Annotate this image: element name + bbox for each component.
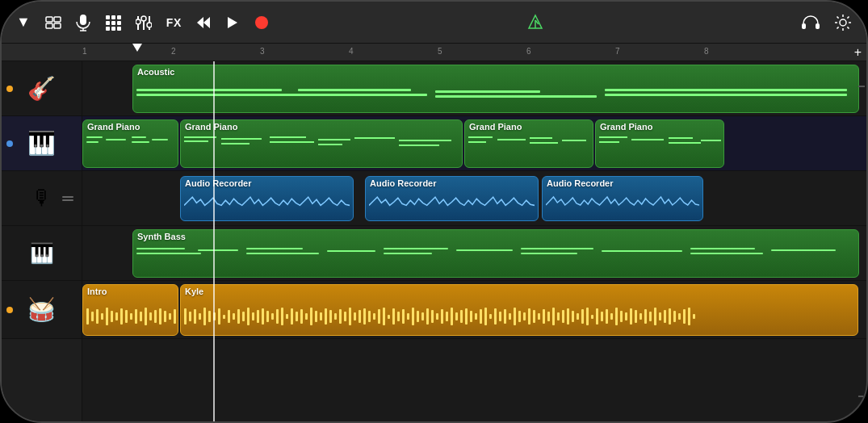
microphone-track-icon: 🎙 [31, 186, 52, 211]
svg-rect-11 [111, 21, 115, 25]
track-header-synth[interactable]: 🎹 [2, 226, 82, 281]
clip-label-audio-recorder-2: Audio Recorder [366, 177, 538, 190]
svg-point-28 [255, 16, 268, 29]
track-header-acoustic[interactable]: 🎸 [2, 61, 82, 116]
clip-grand-piano-2[interactable]: Grand Piano [180, 119, 463, 168]
synth-icon: 🎹 [30, 242, 54, 265]
drums-icon: 🥁 [27, 296, 56, 323]
clip-label-acoustic: Acoustic [133, 65, 858, 78]
tracks-view-icon[interactable] [45, 16, 61, 29]
clip-label-grand-piano-2: Grand Piano [181, 120, 462, 133]
svg-point-34 [840, 19, 846, 26]
play-icon[interactable] [225, 15, 240, 30]
svg-rect-2 [46, 23, 52, 28]
svg-point-24 [147, 23, 152, 27]
right-bracket [858, 61, 866, 421]
track-row-audio-recorder: Audio Recorder Audio Recorder [82, 171, 866, 226]
waveform-2 [366, 190, 538, 221]
svg-marker-25 [197, 17, 203, 28]
settings-icon[interactable] [834, 14, 852, 31]
track-header-piano[interactable]: 🎹 [2, 116, 82, 171]
track-row-synth-bass: Synth Bass [82, 226, 866, 281]
ruler: 1 2 3 4 5 6 7 8 + [2, 44, 866, 61]
clip-grand-piano-4[interactable]: Grand Piano [595, 119, 724, 168]
record-icon[interactable] [254, 15, 269, 30]
track-header-drums[interactable]: 🥁 [2, 281, 82, 339]
clip-audio-recorder-1[interactable]: Audio Recorder [180, 176, 354, 221]
waveform-3 [543, 190, 702, 220]
svg-marker-27 [228, 17, 237, 28]
piano-icon: 🎹 [27, 130, 56, 157]
ruler-mark-3: 3 [260, 47, 265, 56]
metronome-icon[interactable] [527, 14, 543, 31]
piano-dot [6, 140, 13, 147]
track-header-audio[interactable]: 🎙 [2, 171, 82, 226]
svg-rect-9 [117, 15, 121, 19]
svg-rect-33 [816, 23, 820, 29]
clip-label-grand-piano-1: Grand Piano [83, 120, 178, 133]
clip-grand-piano-3[interactable]: Grand Piano [464, 119, 593, 168]
svg-point-21 [141, 16, 146, 21]
svg-rect-15 [117, 27, 121, 31]
clip-acoustic[interactable]: Acoustic [132, 65, 859, 113]
drums-dot [6, 307, 13, 313]
rewind-icon[interactable] [196, 15, 211, 30]
svg-marker-26 [203, 17, 210, 28]
clip-label-kyle: Kyle [181, 285, 858, 298]
drum-pattern-intro [83, 298, 178, 335]
microphone-icon[interactable] [76, 14, 90, 31]
svg-rect-8 [111, 15, 115, 19]
clip-label-grand-piano-3: Grand Piano [465, 120, 593, 133]
svg-rect-0 [46, 17, 52, 22]
clip-label-grand-piano-4: Grand Piano [596, 120, 723, 133]
clip-kyle[interactable]: Kyle [180, 284, 858, 336]
clip-audio-recorder-3[interactable]: Audio Recorder [542, 176, 703, 221]
track-row-drums: Intro [82, 281, 866, 339]
ruler-mark-7: 7 [615, 47, 620, 56]
tracks-container: 🎸 🎹 🎙 🎹 🥁 [2, 61, 866, 421]
svg-rect-7 [106, 15, 110, 19]
svg-rect-12 [117, 21, 121, 25]
svg-rect-10 [106, 21, 110, 25]
track-headers: 🎸 🎹 🎙 🎹 🥁 [2, 61, 82, 421]
track-row-acoustic: Acoustic [82, 61, 866, 116]
svg-rect-14 [111, 27, 115, 31]
add-track-ruler-button[interactable]: + [854, 45, 862, 60]
tracks-timeline: Acoustic [82, 61, 866, 421]
ruler-mark-4: 4 [349, 47, 354, 56]
phone-frame: ▼ [0, 0, 868, 423]
ruler-mark-8: 8 [704, 47, 709, 56]
ruler-marks: 1 2 3 4 5 6 7 8 + [82, 44, 866, 61]
clip-grand-piano-1[interactable]: Grand Piano [82, 119, 178, 168]
clip-label-audio-recorder-1: Audio Recorder [181, 177, 353, 190]
svg-rect-3 [54, 23, 61, 28]
svg-rect-32 [802, 23, 806, 29]
acoustic-dot [6, 86, 13, 92]
grid-icon[interactable] [105, 15, 121, 31]
svg-rect-1 [54, 17, 61, 22]
ruler-mark-6: 6 [526, 47, 531, 56]
fx-button[interactable]: FX [166, 16, 182, 29]
track-row-piano: Grand Piano Grand Piano [82, 116, 866, 171]
clip-label-audio-recorder-3: Audio Recorder [543, 177, 702, 190]
dropdown-icon[interactable]: ▼ [16, 14, 31, 31]
clip-label-intro: Intro [83, 285, 178, 298]
drum-pattern-kyle [181, 298, 858, 335]
ruler-mark-5: 5 [438, 47, 442, 56]
waveform-1 [181, 190, 353, 221]
svg-rect-4 [80, 15, 86, 25]
ruler-mark-1: 1 [82, 47, 87, 56]
clip-synth-bass[interactable]: Synth Bass [132, 229, 859, 278]
clip-label-synth-bass: Synth Bass [133, 230, 858, 243]
svg-rect-13 [106, 27, 110, 31]
acoustic-guitar-icon: 🎸 [27, 75, 56, 102]
ruler-mark-2: 2 [171, 47, 176, 56]
clip-audio-recorder-2[interactable]: Audio Recorder [365, 176, 539, 221]
toolbar: ▼ [2, 2, 866, 44]
svg-point-18 [136, 19, 140, 24]
headphones-icon[interactable] [802, 15, 820, 30]
clip-intro[interactable]: Intro [82, 284, 178, 336]
mixer-icon[interactable] [136, 15, 152, 30]
